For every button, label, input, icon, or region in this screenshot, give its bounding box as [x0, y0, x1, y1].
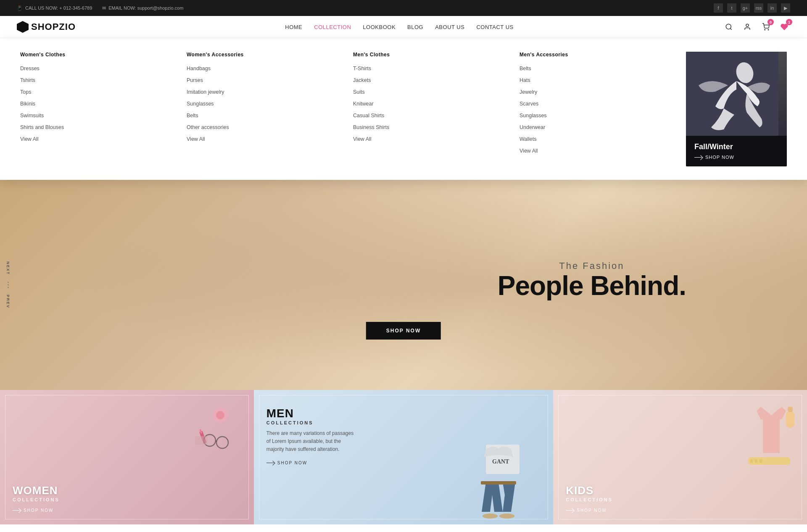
men-subtitle: COLLECTIONS: [266, 420, 541, 425]
dropdown-banner-cta[interactable]: SHOP NOW: [694, 155, 778, 160]
svg-rect-16: [481, 481, 516, 485]
main-nav: HOME COLLECTION LOOKBOOK BLOG ABOUT US C…: [285, 24, 513, 30]
hero-headline: The Fashion People Behind.: [498, 261, 686, 301]
nav-collection[interactable]: COLLECTION: [314, 24, 351, 30]
svg-rect-13: [195, 436, 208, 445]
logo-text: SHOPZIO: [31, 21, 76, 32]
nav-icons: 0 1: [723, 21, 790, 33]
kids-collection-card: KIDS COLLECTIONS SHOP NOW: [553, 390, 807, 524]
side-dot-3: [8, 287, 9, 288]
dropdown-banner-cta-label: SHOP NOW: [705, 155, 734, 160]
side-next-label[interactable]: NEXT: [6, 261, 10, 275]
side-navigation: NEXT PREV: [6, 261, 10, 308]
men-shop-now[interactable]: SHOP NOW: [266, 461, 541, 465]
kids-title: KIDS: [566, 484, 613, 497]
men-collection-card: GANT MEN COLLECTIONS There are many vari…: [254, 390, 554, 524]
nav-blog[interactable]: BLOG: [407, 24, 423, 30]
svg-rect-4: [686, 52, 778, 136]
dropdown-item-tshirts-m[interactable]: T-Shirts: [353, 66, 371, 71]
svg-point-18: [499, 514, 514, 519]
dropdown-item-belts-w[interactable]: Belts: [187, 113, 198, 119]
dropdown-item-knitwear[interactable]: Knitwear: [353, 101, 374, 107]
dropdown-womens-clothes-view-all[interactable]: View All: [20, 136, 39, 142]
search-button[interactable]: [723, 21, 735, 33]
women-card-decoration: [187, 398, 245, 457]
svg-point-3: [768, 29, 769, 30]
dropdown-item-hats[interactable]: Hats: [520, 77, 530, 83]
women-collection-info: WOMEN COLLECTIONS SHOP NOW: [13, 484, 60, 513]
hero-shop-now-button[interactable]: SHOP NOW: [366, 322, 441, 340]
phone-label: CALL US NOW: + 012-345-6789: [25, 5, 92, 11]
email-icon: ✉: [102, 5, 106, 11]
men-cta-label: SHOP NOW: [277, 461, 307, 465]
svg-rect-23: [755, 459, 757, 463]
dropdown-item-tops[interactable]: Tops: [20, 89, 31, 95]
dropdown-item-underwear[interactable]: Underwear: [520, 124, 545, 130]
dropdown-item-dresses[interactable]: Dresses: [20, 66, 40, 71]
dropdown-item-shirts-blouses[interactable]: Shirts and Blouses: [20, 124, 64, 130]
side-dot-2: [8, 284, 9, 285]
top-bar-contact: 📱 CALL US NOW: + 012-345-6789 ✉ EMAIL NO…: [17, 5, 183, 11]
twitter-icon[interactable]: t: [727, 3, 736, 13]
dropdown-mens-clothes-view-all[interactable]: View All: [353, 136, 372, 142]
dropdown-item-purses[interactable]: Purses: [187, 77, 203, 83]
side-dots: [8, 282, 9, 288]
social-links: f t g+ rss in ▶: [714, 3, 790, 13]
collection-dropdown: Women's Clothes Dresses Tshirts Tops Bik…: [0, 38, 807, 180]
svg-point-11: [216, 437, 228, 448]
nav-about[interactable]: ABOUT US: [435, 24, 464, 30]
kids-cta-label: SHOP NOW: [577, 508, 607, 513]
dropdown-item-imitation-jewelry[interactable]: Imitation jewelry: [187, 89, 224, 95]
nav-home[interactable]: HOME: [285, 24, 302, 30]
dropdown-item-scarves[interactable]: Scarves: [520, 101, 538, 107]
side-prev-label[interactable]: PREV: [6, 295, 10, 308]
dropdown-item-jewelry[interactable]: Jewelry: [520, 89, 537, 95]
phone-icon: 📱: [17, 5, 23, 11]
dropdown-item-other-accessories[interactable]: Other accessories: [187, 124, 229, 130]
kids-shop-now[interactable]: SHOP NOW: [566, 508, 613, 513]
dropdown-womens-accessories-view-all[interactable]: View All: [187, 136, 205, 142]
dropdown-item-business-shirts[interactable]: Business Shirts: [353, 124, 389, 130]
women-shop-now[interactable]: SHOP NOW: [13, 508, 60, 513]
account-button[interactable]: [741, 21, 753, 33]
logo[interactable]: SHOPZIO: [17, 21, 76, 33]
dropdown-item-suits[interactable]: Suits: [353, 89, 365, 95]
nav-lookbook[interactable]: LOOKBOOK: [363, 24, 396, 30]
dropdown-item-casual-shirts[interactable]: Casual Shirts: [353, 113, 384, 119]
rss-icon[interactable]: rss: [754, 3, 763, 13]
kids-collection-info: KIDS COLLECTIONS SHOP NOW: [566, 484, 613, 513]
svg-point-0: [726, 24, 731, 29]
dropdown-item-jackets[interactable]: Jackets: [353, 77, 371, 83]
dropdown-item-wallets[interactable]: Wallets: [520, 136, 537, 142]
wishlist-button[interactable]: 1: [778, 21, 790, 33]
svg-point-2: [765, 29, 765, 30]
facebook-icon[interactable]: f: [714, 3, 723, 13]
men-arrow-icon: [266, 463, 274, 463]
dropdown-mens-accessories-heading: Men's Accessories: [520, 52, 678, 58]
dropdown-item-handbags[interactable]: Handbags: [187, 66, 211, 71]
phone-info: 📱 CALL US NOW: + 012-345-6789: [17, 5, 92, 11]
dropdown-womens-accessories-heading: Women's Accessories: [187, 52, 345, 58]
dropdown-item-belts-m[interactable]: Belts: [520, 66, 531, 71]
youtube-icon[interactable]: ▶: [781, 3, 790, 13]
linkedin-icon[interactable]: in: [767, 3, 777, 13]
side-dot-1: [8, 282, 9, 283]
logo-icon: [17, 21, 29, 33]
dropdown-item-sunglasses-m[interactable]: Sunglasses: [520, 113, 547, 119]
googleplus-icon[interactable]: g+: [741, 3, 750, 13]
cart-badge: 0: [767, 19, 774, 25]
dropdown-mens-clothes: Men's Clothes T-Shirts Jackets Suits Kni…: [353, 52, 520, 166]
dropdown-mens-accessories-view-all[interactable]: View All: [520, 148, 538, 154]
dropdown-item-sunglasses-w[interactable]: Sunglasses: [187, 101, 214, 107]
nav-contact[interactable]: CONTACT US: [476, 24, 513, 30]
women-title: WOMEN: [13, 484, 60, 497]
dropdown-item-bikinis[interactable]: Bikinis: [20, 101, 35, 107]
men-title: MEN: [266, 407, 541, 420]
dropdown-item-swimsuits[interactable]: Swimsuits: [20, 113, 44, 119]
kids-card-decoration: [740, 394, 803, 470]
hero-tagline: The Fashion: [498, 261, 686, 271]
dropdown-item-tshirts[interactable]: Tshirts: [20, 77, 35, 83]
dropdown-mens-accessories: Men's Accessories Belts Hats Jewelry Sca…: [520, 52, 686, 166]
dropdown-womens-clothes-heading: Women's Clothes: [20, 52, 178, 58]
cart-button[interactable]: 0: [760, 21, 772, 33]
